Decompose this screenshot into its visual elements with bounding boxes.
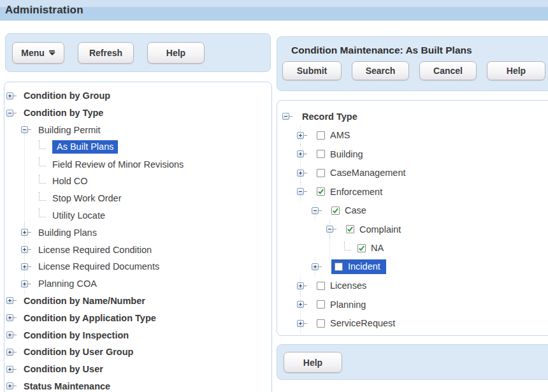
search-button-label: Search bbox=[366, 66, 396, 76]
tree-indent bbox=[282, 277, 297, 296]
expand-icon[interactable] bbox=[6, 331, 17, 338]
tree-item-ams[interactable]: AMS bbox=[282, 126, 548, 145]
tree-item-enforcement[interactable]: Enforcement bbox=[282, 182, 548, 201]
tree-item-hold-co[interactable]: Hold CO bbox=[6, 173, 271, 190]
collapse-icon[interactable] bbox=[6, 110, 17, 117]
checkbox-unchecked-icon[interactable] bbox=[335, 263, 343, 271]
tree-item-field-review-of-minor-revisions[interactable]: Field Review of Minor Revisions bbox=[6, 156, 271, 173]
expand-icon[interactable] bbox=[6, 366, 17, 373]
menu-button[interactable]: Menu bbox=[12, 42, 64, 64]
checkbox-unchecked-icon[interactable] bbox=[317, 319, 325, 328]
collapse-icon[interactable] bbox=[312, 207, 322, 214]
tree-item-label: License Required Condition bbox=[38, 245, 152, 255]
tree-indent bbox=[282, 145, 297, 164]
checkbox-checked-icon[interactable] bbox=[317, 187, 325, 196]
checkbox-unchecked-icon[interactable] bbox=[317, 131, 325, 140]
tree-indent bbox=[6, 275, 21, 293]
tree-item-condition-by-group[interactable]: Condition by Group bbox=[6, 87, 271, 105]
tree-item-as-built-plans[interactable]: As Built Plans bbox=[6, 138, 271, 156]
expand-icon[interactable] bbox=[6, 92, 17, 99]
expand-icon[interactable] bbox=[6, 297, 17, 304]
tree-indent bbox=[282, 314, 297, 333]
tree-item-condition-by-user-group[interactable]: Condition by User Group bbox=[6, 344, 271, 361]
expand-icon[interactable] bbox=[297, 132, 308, 139]
expand-icon[interactable] bbox=[21, 229, 32, 236]
checkbox-unchecked-icon[interactable] bbox=[317, 150, 325, 158]
submit-button[interactable]: Submit bbox=[282, 61, 342, 80]
tree-item-label: Planning COA bbox=[38, 279, 97, 289]
tree-item-condition-by-type[interactable]: Condition by Type bbox=[6, 105, 271, 122]
collapse-icon[interactable] bbox=[297, 188, 308, 195]
expand-icon[interactable] bbox=[6, 349, 17, 356]
checkbox-checked-icon[interactable] bbox=[357, 244, 366, 252]
tree-item-complaint[interactable]: Complaint bbox=[282, 220, 548, 239]
tree-item-label: License Required Documents bbox=[38, 261, 159, 272]
leaf-connector-icon bbox=[39, 208, 46, 217]
expand-icon[interactable] bbox=[297, 320, 308, 327]
tree-item-condition-by-application-type[interactable]: Condition by Application Type bbox=[6, 309, 271, 326]
collapse-icon[interactable] bbox=[326, 226, 337, 233]
leaf-connector-icon bbox=[39, 157, 46, 166]
cancel-button[interactable]: Cancel bbox=[419, 61, 477, 80]
tree-item-label: Building Plans bbox=[38, 228, 97, 238]
tree-item-na[interactable]: NA bbox=[282, 239, 548, 258]
expand-icon[interactable] bbox=[312, 263, 322, 270]
leaf-connector-icon bbox=[344, 242, 351, 250]
tree-item-label: Condition by User bbox=[24, 364, 103, 374]
help-button[interactable]: Help bbox=[284, 352, 342, 373]
tree-item-planning[interactable]: Planning bbox=[282, 295, 548, 314]
collapse-icon[interactable] bbox=[282, 113, 293, 120]
tree-item-casemanagement[interactable]: CaseManagement bbox=[282, 164, 548, 183]
tree-item-license-required-condition[interactable]: License Required Condition bbox=[6, 241, 271, 258]
tree-item-utility-locate[interactable]: Utility Locate bbox=[6, 207, 271, 224]
checkbox-unchecked-icon[interactable] bbox=[317, 169, 325, 177]
checkbox-checked-icon[interactable] bbox=[331, 207, 340, 215]
expand-icon[interactable] bbox=[21, 280, 32, 287]
tree-indent bbox=[282, 239, 341, 258]
tree-item-license-required-documents[interactable]: License Required Documents bbox=[6, 258, 271, 275]
collapse-icon[interactable] bbox=[21, 126, 32, 133]
tree-item-label: Field Review of Minor Revisions bbox=[52, 159, 184, 170]
checkbox-unchecked-icon[interactable] bbox=[317, 300, 325, 309]
expand-icon[interactable] bbox=[21, 246, 32, 253]
tree-item-status-maintenance[interactable]: Status Maintenance bbox=[6, 378, 271, 392]
tree-item-licenses[interactable]: Licenses bbox=[282, 277, 548, 296]
tree-indent bbox=[6, 138, 36, 156]
expand-icon[interactable] bbox=[21, 263, 32, 270]
help-button[interactable]: Help bbox=[487, 61, 545, 80]
tree-item-label: Condition by Application Type bbox=[24, 313, 156, 323]
submit-button-label: Submit bbox=[297, 66, 327, 76]
expand-icon[interactable] bbox=[297, 301, 308, 308]
tree-item-building[interactable]: Building bbox=[282, 145, 548, 164]
tree-item-building-plans[interactable]: Building Plans bbox=[6, 224, 271, 241]
tree-item-building-permit[interactable]: Building Permit bbox=[6, 122, 271, 139]
expand-icon[interactable] bbox=[297, 170, 308, 177]
tree-item-condition-by-inspection[interactable]: Condition by Inspection bbox=[6, 326, 271, 344]
expand-icon[interactable] bbox=[6, 382, 17, 389]
tree-item-stop-work-order[interactable]: Stop Work Order bbox=[6, 190, 271, 207]
expand-icon[interactable] bbox=[297, 282, 308, 289]
tree-item-label: Planning bbox=[330, 300, 366, 310]
tree-item-incident[interactable]: Incident bbox=[282, 258, 548, 277]
tree-item-label: Incident bbox=[348, 261, 380, 272]
tree-item-condition-by-name-number[interactable]: Condition by Name/Number bbox=[6, 293, 271, 310]
tree-item-label: Licenses bbox=[330, 280, 366, 291]
tree-item-condition-by-user[interactable]: Condition by User bbox=[6, 361, 271, 378]
checkbox-unchecked-icon[interactable] bbox=[317, 282, 325, 290]
tree-item-planning-coa[interactable]: Planning COA bbox=[6, 275, 271, 293]
tree-item-label: CaseManagement bbox=[330, 168, 406, 178]
menu-button-label: Menu bbox=[21, 48, 45, 58]
refresh-button[interactable]: Refresh bbox=[78, 42, 134, 64]
tree-item-record-type[interactable]: Record Type bbox=[282, 107, 548, 126]
tree-item-label: As Built Plans bbox=[52, 140, 118, 154]
tree-indent bbox=[6, 207, 36, 224]
tree-item-case[interactable]: Case bbox=[282, 201, 548, 221]
selected-tree-item-highlight[interactable]: Incident bbox=[331, 259, 386, 274]
expand-icon[interactable] bbox=[297, 150, 308, 157]
expand-icon[interactable] bbox=[6, 314, 17, 321]
help-button[interactable]: Help bbox=[147, 42, 205, 64]
search-button[interactable]: Search bbox=[352, 61, 409, 80]
checkbox-checked-icon[interactable] bbox=[346, 225, 354, 233]
leaf-connector-icon bbox=[39, 175, 46, 184]
tree-item-servicerequest[interactable]: ServiceRequest bbox=[282, 314, 548, 333]
